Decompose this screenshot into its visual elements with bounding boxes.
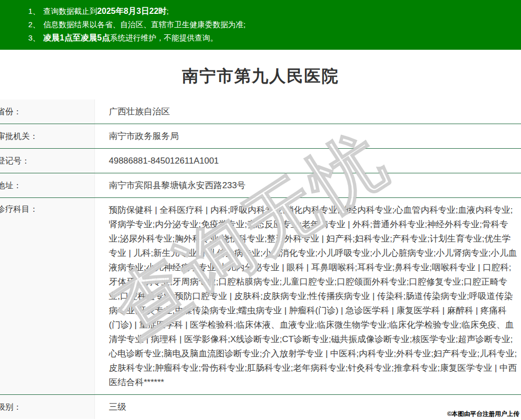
notice-bold-text: 2025年8月3日22时 bbox=[97, 7, 166, 15]
notice-text: 系统进行维护，不能提供查询。 bbox=[110, 33, 218, 42]
notice-line-2: 2、信息数据结果以各省、自治区、直辖市卫生健康委数据为准; bbox=[28, 18, 511, 31]
notice-text: ; bbox=[167, 7, 169, 15]
row-value-province: 广西壮族自治区 bbox=[95, 99, 521, 124]
row-value-address: 南宁市宾阳县黎塘镇永安西路233号 bbox=[95, 173, 521, 197]
table-row-medical-subjects: 诊疗科目： 预防保健科 | 全科医疗科 | 内科;呼吸内科专业;消化内科专业;神… bbox=[0, 198, 521, 395]
table-row-registration-number: 登记号： 49886881-845012611A1001 bbox=[0, 149, 521, 173]
notice-number: 1、 bbox=[28, 7, 40, 15]
notice-banner: 1、查询数据截止到2025年8月3日22时; 2、信息数据结果以各省、自治区、直… bbox=[0, 0, 521, 50]
row-value-approval-authority: 南宁市政务服务局 bbox=[95, 124, 521, 148]
row-value-medical-subjects: 预防保健科 | 全科医疗科 | 内科;呼吸内科专业;消化内科专业;神经内科专业;… bbox=[95, 198, 521, 394]
table-row-province: 省份： 广西壮族自治区 bbox=[0, 99, 521, 124]
notice-bold-text: 凌晨1点至凌晨5点 bbox=[43, 33, 110, 42]
table-row-address: 地址： 南宁市宾阳县黎塘镇永安西路233号 bbox=[0, 173, 521, 198]
row-label-registration-number: 登记号： bbox=[0, 149, 95, 173]
copyright-stamp: ©本图由平台注册用户上传 bbox=[447, 410, 519, 418]
notice-text: 查询数据截止到 bbox=[43, 7, 97, 15]
table-row-level: 级别： 三级 bbox=[0, 395, 521, 419]
row-label-approval-authority: 审批机关： bbox=[0, 124, 95, 148]
notice-text: 信息数据结果以各省、自治区、直辖市卫生健康委数据为准; bbox=[43, 20, 245, 29]
notice-line-1: 1、查询数据截止到2025年8月3日22时; bbox=[28, 5, 511, 18]
row-value-registration-number: 49886881-845012611A1001 bbox=[95, 149, 521, 173]
row-label-address: 地址： bbox=[0, 173, 95, 197]
row-label-province: 省份： bbox=[0, 99, 95, 124]
hospital-info-table: 省份： 广西壮族自治区 审批机关： 南宁市政务服务局 登记号： 49886881… bbox=[0, 99, 521, 419]
notice-line-3: 3、凌晨1点至凌晨5点系统进行维护，不能提供查询。 bbox=[28, 31, 511, 45]
notice-number: 2、 bbox=[28, 20, 40, 29]
row-label-level: 级别： bbox=[0, 395, 95, 419]
table-row-approval-authority: 审批机关： 南宁市政务服务局 bbox=[0, 124, 521, 149]
row-label-medical-subjects: 诊疗科目： bbox=[0, 198, 95, 394]
page-title: 南宁市第九人民医院 bbox=[0, 65, 521, 88]
notice-number: 3、 bbox=[28, 33, 40, 42]
